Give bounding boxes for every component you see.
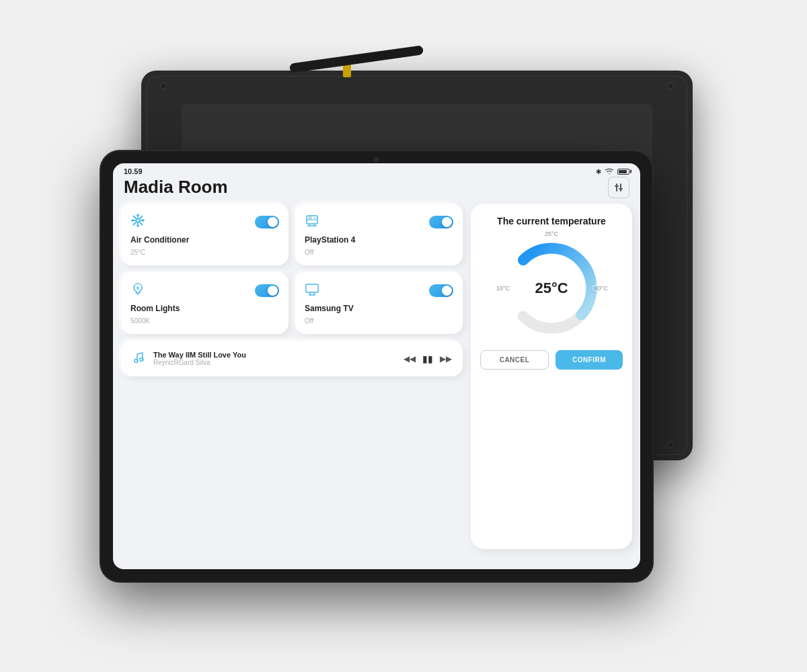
svg-point-20: [314, 218, 315, 219]
device-grid: Air Conditioner 25°C: [121, 204, 463, 334]
card-top: [130, 282, 279, 300]
settings-button[interactable]: [608, 177, 629, 198]
svg-rect-3: [619, 188, 623, 190]
confirm-button[interactable]: CONFIRM: [555, 350, 623, 370]
playstation-status: Off: [305, 249, 453, 256]
card-top: [130, 213, 279, 231]
room-lights-toggle[interactable]: [255, 284, 279, 297]
svg-point-32: [134, 360, 138, 363]
tablet-screen: 10.59 ✱: [113, 163, 640, 569]
snowflake-icon: [130, 213, 145, 231]
device-card-samsung-tv: Samsung TV Off: [295, 272, 463, 334]
room-lights-name: Room Lights: [130, 304, 279, 313]
screw: [160, 83, 167, 89]
playstation-toggle[interactable]: [429, 216, 453, 228]
device-card-playstation: PlayStation 4 Off: [295, 204, 463, 265]
antenna-rod: [289, 45, 424, 73]
playstation-name: PlayStation 4: [305, 235, 453, 245]
svg-rect-0: [616, 183, 617, 192]
temperature-knob[interactable]: [592, 285, 599, 292]
card-top: [305, 213, 453, 231]
temperature-gauge: 25°C: [498, 235, 605, 342]
svg-rect-2: [615, 185, 619, 187]
battery-icon: [617, 169, 629, 175]
prev-button[interactable]: ◀◀: [404, 354, 416, 364]
temperature-panel: The current temperature 25°C: [471, 204, 632, 549]
device-panel: Air Conditioner 25°C: [121, 204, 463, 549]
status-bar: 10.59 ✱: [113, 163, 640, 177]
playstation-icon: [305, 213, 319, 231]
svg-point-33: [140, 358, 143, 362]
tablet-front: 10.59 ✱: [101, 151, 652, 581]
card-top: [305, 282, 453, 300]
air-conditioner-status: 25°C: [130, 249, 279, 256]
pause-button[interactable]: ▮▮: [422, 353, 433, 364]
device-card-air-conditioner: Air Conditioner 25°C: [121, 204, 289, 265]
wifi-icon: [605, 167, 614, 175]
music-icon: [132, 350, 145, 367]
gauge-center: 25°C: [535, 280, 568, 297]
antenna: [289, 17, 437, 77]
samsung-tv-status: Off: [305, 317, 453, 325]
music-player-card: The Way IIM Still Love You ReynizRGard S…: [121, 341, 463, 376]
lightbulb-icon: [130, 282, 145, 300]
main-content: Air Conditioner 25°C: [113, 204, 640, 549]
svg-rect-19: [309, 217, 311, 219]
status-icons: ✱: [596, 167, 629, 175]
music-title: The Way IIM Still Love You: [153, 351, 395, 359]
settings-icon: [613, 182, 624, 193]
music-artist: ReynizRGard Silva: [153, 359, 395, 366]
music-controls: ◀◀ ▮▮ ▶▶: [404, 353, 452, 364]
svg-rect-1: [620, 183, 621, 192]
samsung-tv-toggle[interactable]: [429, 284, 453, 297]
air-conditioner-toggle[interactable]: [255, 216, 279, 228]
cancel-button[interactable]: CANCEL: [480, 350, 549, 370]
svg-point-8: [137, 219, 140, 222]
samsung-tv-name: Samsung TV: [305, 304, 453, 313]
room-lights-status: 5000K: [130, 317, 279, 325]
screw: [667, 442, 674, 448]
room-header: Madia Room: [113, 177, 640, 204]
screw: [667, 83, 674, 89]
device-card-room-lights: Room Lights 5000K: [121, 272, 289, 334]
tv-icon: [305, 282, 319, 300]
room-title: Madia Room: [124, 177, 228, 198]
scene: 10.59 ✱: [101, 50, 706, 622]
bluetooth-icon: ✱: [596, 168, 601, 175]
time-display: 10.59: [124, 167, 143, 175]
svg-rect-28: [306, 284, 318, 292]
camera: [374, 157, 379, 162]
next-button[interactable]: ▶▶: [440, 354, 452, 364]
air-conditioner-name: Air Conditioner: [130, 235, 279, 245]
music-info: The Way IIM Still Love You ReynizRGard S…: [153, 351, 395, 366]
temperature-value: 25°C: [535, 280, 568, 297]
gauge-min-label: 10°C: [496, 285, 510, 292]
